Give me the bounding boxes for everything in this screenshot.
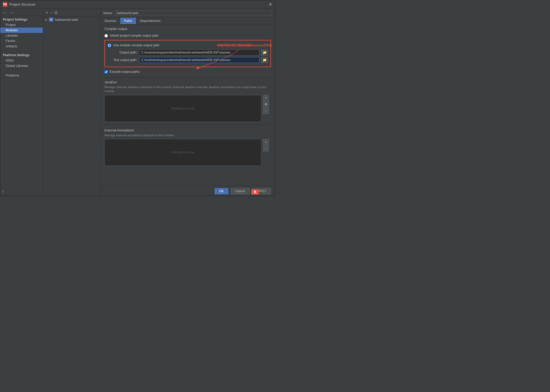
exclude-checkbox[interactable] — [104, 70, 108, 74]
ext-annotations-title: External Annotations — [104, 129, 271, 132]
right-section: Name: Sources Paths Dependencies Compile… — [101, 9, 275, 196]
tab-paths[interactable]: Paths — [120, 18, 136, 24]
output-path-browse-button[interactable]: 📁 — [261, 50, 268, 55]
inherit-radio[interactable] — [104, 34, 108, 37]
platform-settings-header: Platform Settings — [0, 52, 43, 58]
name-bar: Name: — [101, 9, 275, 18]
name-label: Name: — [103, 11, 113, 15]
sidebar: ← → Project Settings Project Modules Lib… — [0, 9, 43, 196]
javadoc-remove-button[interactable]: − — [263, 108, 269, 114]
use-module-option[interactable]: Use module compile output path — [108, 43, 268, 48]
ext-annotations-desc: Manage external annotations attached to … — [104, 133, 271, 137]
output-path-row: Output path: 📁 — [108, 50, 268, 55]
radio-group: Inherit project compile output path — [104, 33, 271, 38]
compiler-output-title: Compiler output — [104, 27, 271, 31]
ok-button[interactable]: OK — [214, 188, 228, 194]
highlight-box: Use module compile output path Output pa… — [104, 40, 271, 67]
tab-dependencies[interactable]: Dependencies — [136, 18, 165, 24]
test-output-path-input[interactable] — [139, 57, 259, 63]
ext-annotations-panel: Nothing to show — [104, 139, 261, 166]
output-path-input[interactable] — [139, 50, 259, 55]
javadoc-desc: Manage external JavaDocs attached to thi… — [104, 85, 271, 93]
forward-button[interactable]: → — [9, 10, 14, 15]
javadoc-add-button[interactable]: + — [263, 95, 269, 101]
test-output-path-row: Test output path: 📁 — [108, 57, 268, 63]
remove-module-button[interactable]: − — [50, 10, 53, 15]
window-title: Project Structure — [9, 2, 35, 6]
output-path-label: Output path: — [108, 51, 137, 54]
javadoc-empty-label: Nothing to show — [171, 107, 194, 110]
javadoc-section: JavaDoc Manage external JavaDocs attache… — [104, 80, 271, 122]
module-name: helloworld-web — [55, 18, 78, 22]
divider-2 — [104, 125, 271, 125]
module-toolbar: + − ⊡ — [43, 9, 100, 16]
help-button-container: ? — [2, 190, 4, 194]
tabs: Sources Paths Dependencies — [101, 18, 275, 24]
ext-annotations-side-buttons: + − — [263, 139, 269, 151]
sidebar-item-libraries[interactable]: Libraries — [0, 33, 43, 38]
title-bar: PS Project Structure ✕ — [0, 0, 275, 9]
add-module-button[interactable]: + — [45, 10, 48, 15]
content-area: Compiler output Inherit project compile … — [101, 24, 275, 186]
module-folder-icon: W — [49, 17, 53, 22]
main-layout: ← → Project Settings Project Modules Lib… — [0, 9, 275, 196]
sidebar-item-problems[interactable]: Problems — [0, 73, 43, 78]
javadoc-settings-button[interactable]: ⚙ — [263, 101, 269, 107]
sidebar-item-modules[interactable]: Modules — [0, 28, 43, 33]
sidebar-item-facets[interactable]: Facets — [0, 38, 43, 44]
close-button[interactable]: ✕ — [269, 2, 272, 7]
module-list: + − ⊡ ▶ W helloworld-web — [43, 9, 101, 196]
cancel-button[interactable]: Cancel — [231, 188, 250, 194]
sidebar-item-project[interactable]: Project — [0, 22, 43, 28]
project-settings-header: Project Settings — [0, 16, 43, 22]
ext-annotations-add-button[interactable]: + — [263, 139, 269, 145]
test-output-path-label: Test output path: — [108, 58, 137, 62]
exclude-checkbox-row[interactable]: Exclude output paths — [104, 69, 271, 75]
sidebar-item-global-libraries[interactable]: Global Libraries — [0, 63, 43, 69]
title-bar-left: PS Project Structure — [3, 2, 35, 7]
javadoc-panel: Nothing to show — [104, 95, 261, 122]
status-lang-label: 英 — [254, 190, 257, 194]
divider-1 — [104, 77, 271, 78]
inherit-option[interactable]: Inherit project compile output path — [104, 33, 271, 38]
name-input[interactable] — [115, 10, 272, 16]
project-structure-window: PS Project Structure ✕ ← → Project Setti… — [0, 0, 275, 196]
test-output-path-browse-button[interactable]: 📁 — [261, 57, 268, 63]
bottom-bar: ? OK Cancel APPLY 英 — [101, 186, 275, 196]
external-annotations-section: External Annotations Manage external ann… — [104, 129, 271, 166]
sidebar-item-sdks[interactable]: SDKs — [0, 58, 43, 63]
javadoc-side-buttons: + ⚙ − — [263, 95, 269, 114]
app-icon: PS — [3, 2, 7, 7]
nav-row: ← → — [0, 9, 43, 16]
help-button[interactable]: ? — [2, 190, 4, 194]
javadoc-title: JavaDoc — [104, 80, 271, 84]
back-button[interactable]: ← — [2, 10, 7, 15]
ext-annotations-empty-label: Nothing to show — [171, 150, 194, 154]
tab-sources[interactable]: Sources — [101, 18, 120, 24]
module-item-helloworld-web[interactable]: ▶ W helloworld-web — [43, 16, 100, 23]
module-arrow-icon: ▶ — [45, 18, 47, 21]
sidebar-item-artifacts[interactable]: Artifacts — [0, 44, 43, 49]
ext-annotations-remove-button[interactable]: − — [263, 145, 269, 151]
copy-module-button[interactable]: ⊡ — [54, 10, 58, 15]
use-module-radio[interactable] — [108, 44, 111, 47]
status-lang-icon: 英 — [251, 189, 259, 195]
